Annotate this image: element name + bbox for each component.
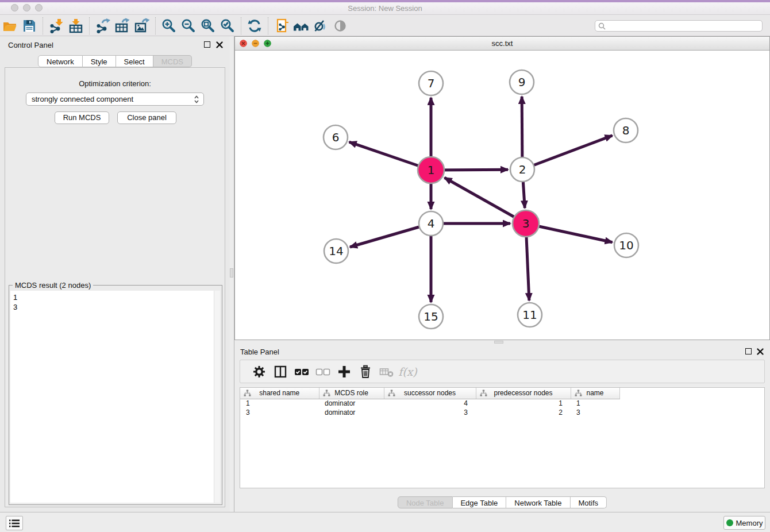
graph-node-8[interactable]: 8: [614, 118, 638, 142]
graph-node-7[interactable]: 7: [419, 71, 443, 95]
zoom-in-icon[interactable]: [159, 17, 179, 34]
column-header-name[interactable]: name: [571, 388, 619, 399]
result-item[interactable]: 3: [13, 302, 214, 312]
node-table[interactable]: shared nameMCDS rolesuccessor nodesprede…: [240, 387, 765, 488]
graph-edge-3-1[interactable]: [445, 178, 526, 223]
show-hide-graphics-details-icon[interactable]: [330, 17, 350, 34]
settings-gear-icon[interactable]: [248, 363, 270, 380]
graph-node-15[interactable]: 15: [419, 304, 443, 329]
memory-label: Memory: [736, 519, 763, 527]
table-cell[interactable]: 4: [384, 399, 476, 408]
table-cell[interactable]: dominator: [319, 408, 384, 417]
float-panel-icon[interactable]: [745, 348, 752, 354]
graph-node-label: 8: [622, 124, 630, 137]
column-header-shared-name[interactable]: shared name: [240, 388, 319, 399]
result-scrollbar[interactable]: [214, 291, 220, 503]
graph-node-4[interactable]: 4: [419, 211, 443, 236]
tab-style[interactable]: Style: [83, 55, 116, 67]
clone-network-icon[interactable]: [272, 17, 291, 34]
export-network-icon[interactable]: [93, 17, 113, 34]
graph-node-3[interactable]: 3: [513, 210, 539, 237]
import-table-icon[interactable]: [66, 17, 86, 34]
memory-button[interactable]: Memory: [723, 516, 765, 530]
close-panel-icon[interactable]: [216, 41, 223, 48]
graph-node-14[interactable]: 14: [324, 239, 348, 263]
create-new-column-icon[interactable]: [333, 363, 355, 380]
vertical-splitter[interactable]: [230, 36, 234, 512]
graph-edge-2-8[interactable]: [522, 136, 613, 169]
table-cell[interactable]: 3: [240, 408, 319, 417]
tab-motifs[interactable]: Motifs: [570, 496, 607, 508]
tab-node-table[interactable]: Node Table: [398, 496, 453, 508]
table-cell[interactable]: 3: [571, 408, 619, 417]
graph-node-label: 14: [329, 244, 343, 258]
graph-node-6[interactable]: 6: [324, 125, 348, 149]
table-cell[interactable]: 1: [571, 399, 619, 408]
table-cell[interactable]: 1: [476, 399, 571, 408]
tab-edge-table[interactable]: Edge Table: [452, 496, 506, 508]
graph-node-10[interactable]: 10: [614, 233, 638, 257]
splitter-handle[interactable]: [494, 341, 503, 344]
table-toolbar: f(x): [240, 360, 765, 383]
split-panel-columns-icon[interactable]: [270, 363, 291, 380]
graph-node-1[interactable]: 1: [418, 157, 444, 183]
toolbar-separator: [241, 17, 241, 34]
main-toolbar: [0, 16, 770, 36]
table-panel-title: Table Panel: [240, 348, 279, 356]
horizontal-splitter[interactable]: [234, 340, 770, 345]
task-list-icon: [9, 519, 20, 527]
open-session-icon[interactable]: [0, 17, 20, 34]
table-row[interactable]: 1dominator411: [240, 399, 764, 408]
close-panel-icon[interactable]: [757, 348, 764, 355]
table-cell[interactable]: 1: [240, 399, 319, 408]
title-bar: Session: New Session: [0, 0, 770, 15]
table-row[interactable]: 3dominator323: [240, 408, 764, 417]
result-item[interactable]: 1: [13, 292, 214, 302]
table-cell[interactable]: dominator: [319, 399, 384, 408]
zoom-selected-icon[interactable]: [218, 17, 237, 34]
delete-table-icon[interactable]: [376, 363, 397, 380]
apply-preferred-layout-icon[interactable]: [245, 17, 264, 34]
import-network-icon[interactable]: [47, 17, 66, 34]
column-header-predecessor-nodes[interactable]: predecessor nodes: [476, 388, 571, 399]
table-cell[interactable]: 3: [384, 408, 476, 417]
function-builder-icon[interactable]: f(x): [397, 363, 418, 380]
network-canvas[interactable]: 7968124314101511: [235, 51, 769, 340]
mcds-result-list[interactable]: 13: [10, 291, 214, 503]
zoom-fit-icon[interactable]: [198, 17, 218, 34]
optimization-criterion-label: Optimization criterion:: [5, 79, 225, 88]
tab-network[interactable]: Network: [38, 55, 83, 67]
graph-node-11[interactable]: 11: [518, 303, 542, 327]
float-panel-icon[interactable]: [204, 41, 210, 48]
control-panel-tabs: NetworkStyleSelectMCDS: [38, 55, 192, 67]
network-window-titlebar[interactable]: scc.txt: [235, 37, 769, 51]
export-table-icon[interactable]: [113, 17, 132, 34]
search-input[interactable]: [595, 20, 763, 32]
tab-mcds[interactable]: MCDS: [153, 55, 192, 67]
table-cell[interactable]: 2: [476, 408, 571, 417]
show-tasks-button[interactable]: [6, 516, 23, 530]
graph-node-label: 9: [518, 75, 526, 89]
open-cybrowser-home-icon[interactable]: [291, 17, 311, 34]
deselect-all-columns-icon[interactable]: [312, 363, 333, 380]
zoom-out-icon[interactable]: [179, 17, 198, 34]
toggle-vizmapper-icon[interactable]: [311, 17, 330, 34]
run-mcds-button[interactable]: Run MCDS: [55, 111, 109, 124]
export-image-icon[interactable]: [132, 17, 152, 34]
close-panel-button[interactable]: Close panel: [117, 111, 176, 124]
tab-network-table[interactable]: Network Table: [506, 496, 570, 508]
save-session-icon[interactable]: [20, 17, 39, 34]
graph-node-2[interactable]: 2: [510, 157, 534, 182]
status-bar: Memory: [0, 512, 770, 532]
column-header-MCDS-role[interactable]: MCDS role: [319, 388, 384, 399]
search-icon: [598, 22, 606, 30]
table-cell-filler: [619, 399, 764, 408]
delete-columns-icon[interactable]: [355, 363, 376, 380]
column-header-successor-nodes[interactable]: successor nodes: [384, 388, 476, 399]
optimization-select[interactable]: strongly connected component: [26, 92, 204, 106]
graph-node-label: 10: [619, 238, 633, 252]
splitter-handle[interactable]: [230, 268, 233, 277]
tab-select[interactable]: Select: [116, 55, 153, 67]
select-all-columns-icon[interactable]: [291, 363, 312, 380]
graph-node-9[interactable]: 9: [510, 70, 534, 94]
